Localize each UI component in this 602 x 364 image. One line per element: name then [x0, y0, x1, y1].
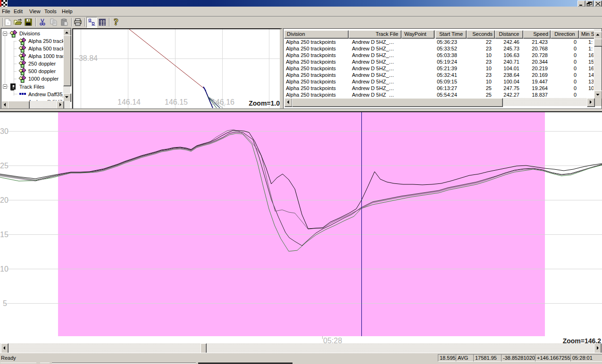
svg-text:?: ? — [114, 17, 118, 27]
